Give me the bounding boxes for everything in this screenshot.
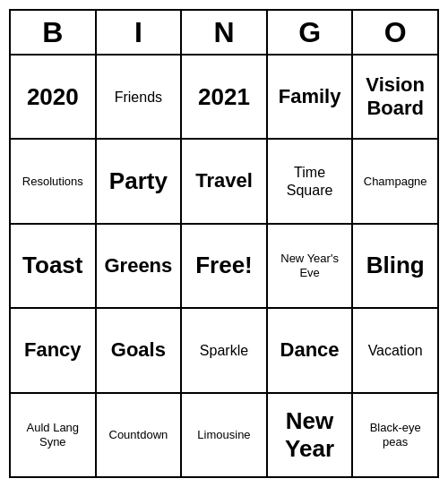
bingo-cell: Vacation xyxy=(353,309,437,391)
cell-text: Limousine xyxy=(197,428,250,442)
cell-text: Black-eye peas xyxy=(357,421,434,449)
bingo-cell: Bling xyxy=(353,225,437,307)
header-letter: N xyxy=(182,11,268,54)
header-letter: I xyxy=(97,11,183,54)
bingo-row: ToastGreensFree!New Year's EveBling xyxy=(11,225,437,309)
cell-text: 2020 xyxy=(27,83,79,111)
bingo-cell: Dance xyxy=(268,309,354,391)
bingo-cell: Limousine xyxy=(182,394,268,476)
cell-text: Greens xyxy=(104,254,172,278)
cell-text: New Year xyxy=(271,407,349,463)
cell-text: Champagne xyxy=(364,175,427,189)
cell-text: Vacation xyxy=(368,342,423,359)
cell-text: Goals xyxy=(111,338,166,362)
cell-text: 2021 xyxy=(198,83,250,111)
bingo-cell: New Year xyxy=(268,394,354,476)
bingo-cell: Toast xyxy=(11,225,97,307)
cell-text: Sparkle xyxy=(200,342,248,359)
bingo-cell: Champagne xyxy=(353,140,437,222)
bingo-cell: Black-eye peas xyxy=(353,394,437,476)
cell-text: Family xyxy=(279,85,341,108)
bingo-cell: 2020 xyxy=(11,56,97,138)
cell-text: Time Square xyxy=(271,164,349,198)
bingo-row: FancyGoalsSparkleDanceVacation xyxy=(11,309,437,393)
bingo-header: BINGO xyxy=(11,11,437,56)
bingo-card: BINGO 2020Friends2021FamilyVision BoardR… xyxy=(9,9,439,478)
header-letter: G xyxy=(268,11,354,54)
header-letter: O xyxy=(353,11,437,54)
bingo-cell: Goals xyxy=(97,309,183,391)
bingo-grid: 2020Friends2021FamilyVision BoardResolut… xyxy=(11,56,437,476)
cell-text: Countdown xyxy=(109,428,168,442)
cell-text: New Year's Eve xyxy=(271,252,349,279)
bingo-cell: Countdown xyxy=(97,394,183,476)
cell-text: Toast xyxy=(22,252,82,279)
cell-text: Dance xyxy=(280,338,340,362)
bingo-cell: Fancy xyxy=(11,309,97,391)
cell-text: Travel xyxy=(195,169,253,192)
bingo-row: ResolutionsPartyTravelTime SquareChampag… xyxy=(11,140,437,224)
bingo-cell: Time Square xyxy=(268,140,354,222)
cell-text: Fancy xyxy=(24,338,82,362)
cell-text: Vision Board xyxy=(357,73,434,121)
cell-text: Resolutions xyxy=(22,175,83,189)
bingo-row: Auld Lang SyneCountdownLimousineNew Year… xyxy=(11,394,437,476)
bingo-cell: Resolutions xyxy=(11,140,97,222)
bingo-cell: Travel xyxy=(182,140,268,222)
bingo-cell: Party xyxy=(97,140,183,222)
cell-text: Free! xyxy=(195,252,253,279)
bingo-cell: Auld Lang Syne xyxy=(11,394,97,476)
bingo-cell: Greens xyxy=(97,225,183,307)
cell-text: Party xyxy=(109,167,168,195)
bingo-cell: Sparkle xyxy=(182,309,268,391)
bingo-cell: New Year's Eve xyxy=(268,225,354,307)
bingo-cell: Friends xyxy=(97,56,183,138)
bingo-row: 2020Friends2021FamilyVision Board xyxy=(11,56,437,140)
bingo-cell: 2021 xyxy=(182,56,268,138)
cell-text: Friends xyxy=(115,89,162,106)
bingo-cell: Free! xyxy=(182,225,268,307)
header-letter: B xyxy=(11,11,97,54)
bingo-cell: Vision Board xyxy=(353,56,437,138)
cell-text: Bling xyxy=(366,252,425,279)
cell-text: Auld Lang Syne xyxy=(14,421,91,449)
bingo-cell: Family xyxy=(268,56,354,138)
